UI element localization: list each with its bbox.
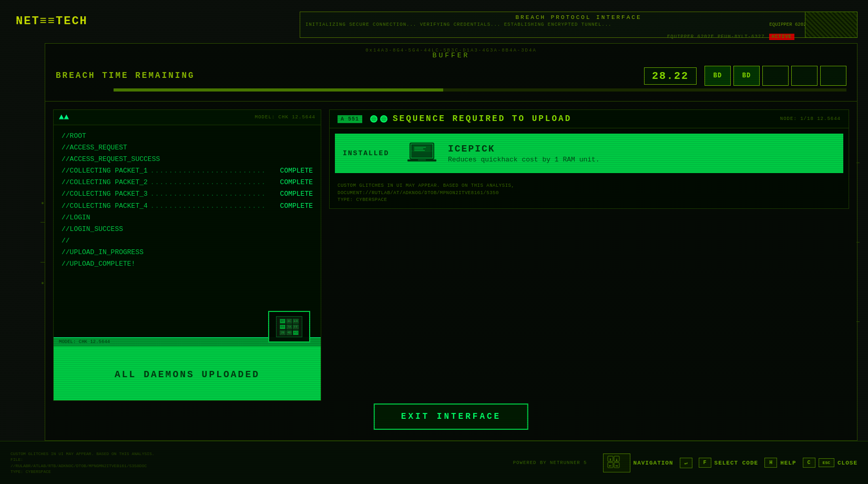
right-panel: A 551 SEQUENCE REQUIRED TO UPLOAD NODE: … xyxy=(329,109,849,401)
terminal-line: //COLLECTING PACKET_4...................… xyxy=(62,200,313,212)
key-enter-icon: ↵ xyxy=(680,458,692,468)
sequence-title: SEQUENCE REQUIRED TO UPLOAD xyxy=(393,114,571,124)
terminal-line: //COLLECTING PACKET_1...................… xyxy=(62,165,313,177)
buffer-header-line: 0x14A3-8G4-5G4-44LC-5B3C-D1A3-4G3A-8B4A-… xyxy=(45,48,857,53)
left-ruler xyxy=(34,43,45,441)
key-f-icon: F xyxy=(699,458,711,468)
bottom-meta-left: MODEL: CHK 12.5644 xyxy=(59,339,110,345)
progress-bar-container xyxy=(114,88,846,92)
left-panel: ▲▲ MODEL: CHK 12.5644 //ROOT //ACCESS_RE… xyxy=(53,109,321,401)
buffer-slot-0: BD xyxy=(704,66,731,86)
left-panel-bottom: MODEL: CHK 12.5644 ALL DAEMONS UPLOADED xyxy=(54,337,321,400)
terminal-line: //COLLECTING PACKET_3...................… xyxy=(62,188,313,200)
key-h-icon: H xyxy=(764,458,777,468)
buffer-slot-4 xyxy=(820,66,846,86)
svg-text:↑: ↑ xyxy=(609,457,611,461)
corner-decoration-box xyxy=(805,12,857,38)
key-c-icon: C xyxy=(803,458,815,468)
left-panel-header: ▲▲ MODEL: CHK 12.5644 xyxy=(54,110,321,125)
key-esc-icon: ESC xyxy=(819,458,834,467)
mini-cell: BD xyxy=(280,319,285,324)
terminal-content: //ROOT //ACCESS_REQUEST //ACCESS_REQUEST… xyxy=(54,125,321,275)
analysis-text: CUSTOM GLITCHES IN UI MAY APPEAR. BASED … xyxy=(330,178,849,208)
equipper-code: EQUIPPER 6202E PFUH-8YLT-6327 xyxy=(667,34,765,39)
top-header-title: BREACH PROTOCOL INTERFACE xyxy=(515,14,641,21)
breach-time-value: 28.22 xyxy=(644,67,697,85)
installed-description: Reduces quickhack cost by 1 RAM unit. xyxy=(448,156,835,164)
svg-text:→: → xyxy=(615,463,618,468)
svg-rect-4 xyxy=(418,159,426,160)
help-label: HELP xyxy=(780,460,796,466)
terminal-line: //LOGIN_SUCCESS xyxy=(62,224,313,235)
installed-image xyxy=(403,139,440,168)
daemons-uploaded-text: ALL DAEMONS UPLOADED xyxy=(115,359,260,380)
right-ruler xyxy=(856,43,863,441)
breach-label: BREACH TIME REMAINING xyxy=(56,71,636,80)
mini-cell: 7A xyxy=(287,325,292,329)
bottom-controls: ↑ ↓ ← → NAVIGATION ↵ F SELECT CODE H HEL… xyxy=(603,453,857,472)
terminal-line: //ROOT xyxy=(62,130,313,142)
breach-row: BREACH TIME REMAINING 28.22 BD BD xyxy=(56,66,846,86)
installed-label: INSTALLED xyxy=(343,149,395,157)
terminal-line: //UPLOAD_IN_PROGRESS xyxy=(62,247,313,258)
select-code-label: SELECT CODE xyxy=(714,460,759,466)
progress-bar-fill xyxy=(114,88,443,92)
laptop-icon xyxy=(405,140,439,167)
mini-cell: 55 xyxy=(280,325,285,329)
seq-dot-0 xyxy=(370,115,377,123)
bottom-middle-text: POWERED BY NETRUNNER 5 xyxy=(513,460,587,466)
content-area: ▲▲ MODEL: CHK 12.5644 //ROOT //ACCESS_RE… xyxy=(45,102,857,409)
sequence-section: A 551 SEQUENCE REQUIRED TO UPLOAD NODE: … xyxy=(329,109,849,209)
buffer-slot-2 xyxy=(762,66,789,86)
mini-panel-inner: BD 1C E9 55 7A FF 2B 4D A3 xyxy=(276,316,302,337)
mini-cell: E9 xyxy=(293,319,299,324)
terminal-line: //COLLECTING PACKET_2...................… xyxy=(62,177,313,188)
mini-cell: 1C xyxy=(287,319,292,324)
mini-cell: 4D xyxy=(287,330,292,335)
ctrl-enter: ↵ xyxy=(680,458,692,468)
terminal-line: // xyxy=(62,235,313,247)
sequence-header: A 551 SEQUENCE REQUIRED TO UPLOAD NODE: … xyxy=(330,110,849,128)
sequence-badge: A 551 xyxy=(338,115,362,123)
terminal-line: //ACCESS_REQUEST_SUCCESS xyxy=(62,154,313,165)
buffer-slot-3 xyxy=(791,66,818,86)
mini-grid: BD 1C E9 55 7A FF 2B 4D A3 xyxy=(280,319,299,335)
status-bar: EQUIPPER 6202E PFUH-8YLT-6327 ACTIVE xyxy=(300,32,800,42)
bottom-middle: POWERED BY NETRUNNER 5 xyxy=(158,460,587,466)
svg-text:←: ← xyxy=(609,463,611,468)
ctrl-navigation: ↑ ↓ ← → NAVIGATION xyxy=(603,453,673,472)
ctrl-close: C ESC CLOSE xyxy=(803,458,857,468)
sequence-meta: NODE: 1/18 12.5644 xyxy=(780,116,841,122)
installed-info: ICEPICK Reduces quickhack cost by 1 RAM … xyxy=(448,144,835,164)
terminal-line: //LOGIN xyxy=(62,212,313,224)
logo: NET≡≡TECH xyxy=(16,15,88,28)
mini-panel: BD 1C E9 55 7A FF 2B 4D A3 xyxy=(268,311,310,342)
nav-label: NAVIGATION xyxy=(634,460,673,466)
svg-text:↓: ↓ xyxy=(615,457,618,461)
status-badge: ACTIVE xyxy=(769,34,794,40)
bottom-bar: CUSTOM GLITCHES IN UI MAY APPEAR. BASED … xyxy=(0,441,868,484)
bottom-left-info: CUSTOM GLITCHES IN UI MAY APPEAR. BASED … xyxy=(11,451,158,475)
buffer-slots: BD BD xyxy=(704,66,846,86)
mini-cell: 2B xyxy=(280,330,285,335)
key-nav-icon: ↑ ↓ ← → xyxy=(603,453,630,472)
top-header-sub: INITIALIZING SECURE CONNECTION... VERIFY… xyxy=(300,22,611,27)
mini-cell: FF xyxy=(293,325,299,329)
panel-header-meta: MODEL: CHK 12.5644 xyxy=(255,115,315,120)
ctrl-select-code: F SELECT CODE xyxy=(699,458,759,468)
sequence-dots xyxy=(370,115,387,123)
terminal-line: //ACCESS_REQUEST xyxy=(62,142,313,154)
mini-cell: A3 xyxy=(293,330,299,335)
buffer-section: 0x14A3-8G4-5G4-44LC-5B3C-D1A3-4G3A-8B4A-… xyxy=(45,44,857,102)
main-frame: 0x14A3-8G4-5G4-44LC-5B3C-D1A3-4G3A-8B4A-… xyxy=(45,43,857,441)
buffer-slot-1: BD xyxy=(733,66,760,86)
ctrl-help: H HELP xyxy=(764,458,796,468)
panel-header-icon: ▲▲ xyxy=(59,113,69,122)
installed-card: INSTALLED xyxy=(335,134,843,173)
exit-interface-button[interactable]: EXIT INTERFACE xyxy=(374,404,528,430)
terminal-line: //UPLOAD_COMPLETE! xyxy=(62,258,313,270)
installed-name: ICEPICK xyxy=(448,144,835,154)
close-label: CLOSE xyxy=(838,460,857,466)
seq-dot-1 xyxy=(380,115,387,123)
